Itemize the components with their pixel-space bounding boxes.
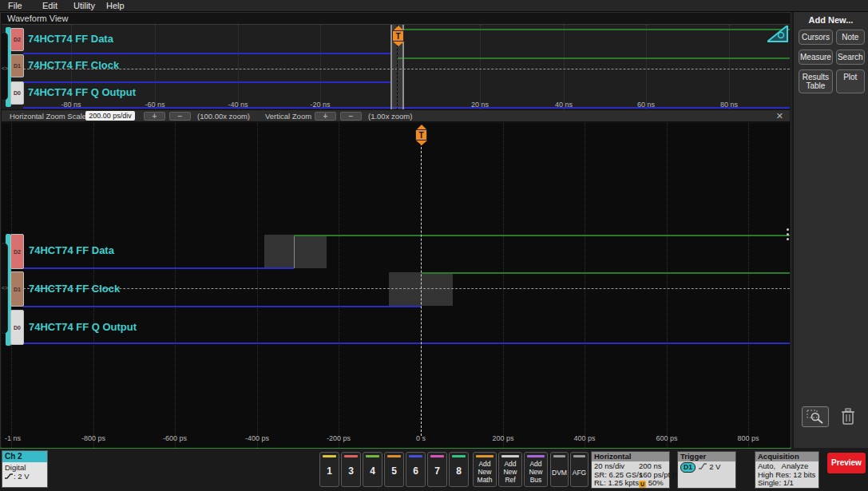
channel-label-clock[interactable]: 74HCT74 FF Clock (29, 283, 120, 295)
add-new-ref-button[interactable]: Add New Ref (498, 452, 522, 487)
add-new-bus-button[interactable]: Add New Bus (524, 452, 548, 487)
bottom-bar: Ch 2 Digital : 2 V 1 3 4 5 6 7 8 Add New… (0, 448, 868, 491)
channel2-title: Ch 2 (2, 451, 47, 462)
data-trace-high (397, 29, 790, 30)
channel-badge-d2[interactable]: D2 (10, 234, 24, 269)
menu-bar: File Edit Utility Help (0, 0, 868, 12)
dvm-button[interactable]: DVM (550, 452, 569, 487)
trigger-source-marker: <> (2, 65, 8, 71)
add-new-math-button[interactable]: Add New Math (473, 452, 497, 487)
v-zoom-minus-button[interactable]: − (340, 112, 362, 121)
gridline (585, 123, 585, 448)
channel-button-4[interactable]: 4 (363, 452, 382, 487)
channel-badge-d0[interactable]: D0 (10, 310, 24, 345)
channel-button-6[interactable]: 6 (406, 452, 426, 487)
zoom-tick: -1 ns (5, 434, 21, 442)
add-new-title: Add New... (794, 15, 868, 25)
zoom-tick: -600 ps (163, 434, 187, 442)
panel-drag-handle[interactable] (787, 228, 789, 240)
threshold-edge-icon (5, 473, 14, 480)
trigger-source-marker: <> (2, 285, 8, 291)
zoom-overview-corner-icon[interactable] (767, 26, 788, 42)
trash-icon[interactable] (840, 407, 856, 426)
menu-utility[interactable]: Utility (73, 1, 95, 10)
channel-button-7[interactable]: 7 (427, 452, 447, 487)
plot-button[interactable]: Plot (836, 69, 865, 93)
data-transition-edge (294, 235, 295, 268)
overview-tick: 80 ns (720, 101, 738, 109)
zoom-close-icon[interactable]: ✕ (776, 111, 783, 121)
gridline (729, 25, 730, 109)
channel-badge-d2[interactable]: D2 (10, 28, 24, 51)
acquisition-title: Acquisition (755, 452, 818, 461)
rising-edge-icon (698, 462, 707, 470)
channel-button-1[interactable]: 1 (319, 452, 339, 487)
clock-trace-low (23, 81, 392, 83)
trigger-marker-zoom[interactable]: T (414, 125, 428, 145)
channel-label-data[interactable]: 74HCT74 FF Data (29, 244, 114, 256)
h-zoom-factor: (100.00x zoom) (197, 112, 250, 121)
h-zoom-minus-button[interactable]: − (169, 112, 191, 121)
channel-label-data[interactable]: 74HCT74 FF Data (28, 33, 113, 45)
channel-badge-d0[interactable]: D0 (10, 81, 24, 105)
channel-label-clock[interactable]: 74HCT74 FF Clock (28, 59, 119, 71)
channel-button-3[interactable]: 3 (341, 452, 361, 487)
zoom-scale-bar: Horizontal Zoom Scale 200.00 ps/div + − … (2, 109, 790, 122)
trigger-settings[interactable]: Trigger D1 2 V (677, 451, 736, 489)
add-new-panel: Add New... Cursors Note Measure Search R… (792, 12, 868, 448)
preview-button[interactable]: Preview (827, 453, 866, 473)
gridline (238, 25, 239, 109)
trigger-source-badge: D1 (680, 462, 696, 473)
h-zoom-scale-value[interactable]: 200.00 ps/div (85, 111, 135, 121)
search-button[interactable]: Search (836, 49, 865, 65)
zoom-tool-button[interactable] (802, 406, 829, 427)
menu-file[interactable]: File (8, 1, 22, 10)
trigger-position-icon: U (639, 481, 646, 488)
data-transition-region (264, 235, 327, 268)
acquisition-settings[interactable]: Acquisition Auto, Analyze High Res: 12 b… (755, 451, 819, 489)
channel2-badge[interactable]: Ch 2 Digital : 2 V (2, 450, 48, 488)
zoom-magnifier-icon (807, 410, 824, 424)
menu-edit[interactable]: Edit (42, 1, 57, 10)
zoomed-waveform-view[interactable]: T <> D2 D1 D0 74HCT74 FF Data 74HCT74 FF… (2, 123, 790, 448)
overview-tick: 20 ns (471, 101, 489, 109)
channel-button-8[interactable]: 8 (449, 452, 469, 487)
trigger-position-line (421, 139, 422, 436)
zoom-tick: -800 ps (81, 434, 105, 442)
v-zoom-plus-button[interactable]: + (315, 112, 336, 121)
trigger-point-icon (393, 42, 404, 46)
trigger-marker-overview[interactable]: T (391, 26, 405, 46)
note-button[interactable]: Note (836, 30, 865, 45)
clock-trace-low (23, 306, 422, 307)
trigger-point-icon (416, 141, 427, 145)
menu-help[interactable]: Help (106, 1, 125, 10)
channel-button-5[interactable]: 5 (384, 452, 404, 487)
trigger-title: Trigger (678, 452, 735, 461)
measure-button[interactable]: Measure (799, 49, 833, 65)
clock-trigger-level-line (23, 288, 790, 289)
v-zoom-label: Vertical Zoom (265, 112, 311, 121)
zoom-tick: 600 ps (656, 434, 677, 442)
channel-label-qout[interactable]: 74HCT74 FF Q Output (29, 321, 137, 333)
waveform-view-tab[interactable]: Waveform View (7, 14, 68, 23)
h-zoom-plus-button[interactable]: + (144, 112, 165, 121)
gridline (339, 123, 339, 448)
horizontal-title: Horizontal (592, 452, 669, 461)
v-zoom-factor: (1.00x zoom) (368, 112, 412, 121)
trigger-t-icon: T (415, 129, 427, 141)
afg-button[interactable]: AFG (570, 452, 589, 487)
trigger-t-icon: T (392, 30, 404, 42)
channel-label-qout[interactable]: 74HCT74 FF Q Output (28, 86, 136, 98)
overview-tick: 60 ns (637, 101, 655, 109)
channel-badge-d1[interactable]: D1 (10, 271, 24, 307)
cursors-button[interactable]: Cursors (799, 30, 833, 45)
channel-badge-d1[interactable]: D1 (10, 54, 24, 77)
waveform-overview[interactable]: <> D2 D1 D0 74HCT74 FF Data 74HCT74 FF C… (2, 24, 790, 109)
h-zoom-scale-label: Horizontal Zoom Scale (10, 112, 86, 121)
zoom-tick: 0 s (416, 434, 426, 442)
results-table-button[interactable]: Results Table (799, 69, 833, 93)
zoom-tick: 200 ps (492, 434, 513, 442)
horizontal-settings[interactable]: Horizontal 20 ns/div200 ns SR: 6.25 GS/s… (591, 451, 670, 489)
gridline (503, 123, 504, 448)
overview-tick: -20 ns (310, 101, 330, 109)
